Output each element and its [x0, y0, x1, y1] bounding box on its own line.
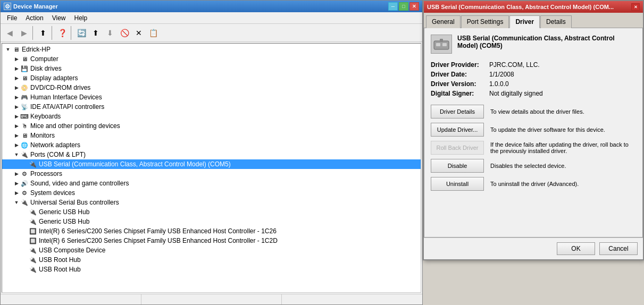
tree-item-usb-root-2[interactable]: 🔌 USB Root Hub	[2, 265, 421, 274]
forward-button[interactable]: ▶	[17, 26, 31, 40]
driver-date-label: Driver Date:	[431, 71, 489, 78]
disable-toolbar-button[interactable]: 🚫	[118, 26, 131, 40]
tree-item-mice[interactable]: ▶ 🖱 Mice and other pointing devices	[2, 121, 421, 131]
display-icon: 🖥	[20, 74, 29, 82]
disk-expand-icon[interactable]: ▶	[13, 65, 20, 72]
menu-view[interactable]: View	[48, 13, 70, 23]
tree-item-usb-serial[interactable]: 🔌 USB Serial (Communication Class, Abstr…	[2, 159, 421, 169]
properties-button[interactable]: 📋	[146, 26, 160, 40]
menu-bar: File Action View Help	[1, 12, 422, 24]
ports-icon: 🔌	[20, 150, 29, 159]
menu-file[interactable]: File	[3, 13, 21, 23]
tree-item-computer[interactable]: ▶ 🖥 Computer	[2, 54, 421, 64]
status-section-3	[282, 294, 422, 304]
display-expand-icon[interactable]: ▶	[13, 74, 20, 82]
tree-root[interactable]: ▼ 🖥 Edrick-HP	[2, 45, 421, 54]
tree-item-disk[interactable]: ▶ 💾 Disk drives	[2, 64, 421, 73]
maximize-button[interactable]: □	[399, 2, 408, 11]
props-close-button[interactable]: ✕	[631, 3, 640, 11]
usb-serial-expand-icon	[21, 160, 29, 168]
tree-item-network[interactable]: ▶ 🌐 Network adapters	[2, 140, 421, 150]
tab-details[interactable]: Details	[540, 15, 572, 28]
roll-back-desc: If the device fails after updating the d…	[490, 141, 636, 154]
update-button[interactable]: ⬆	[89, 26, 103, 40]
properties-footer: OK Cancel	[424, 238, 643, 259]
tree-item-sound[interactable]: ▶ 🔊 Sound, video and game controllers	[2, 179, 421, 188]
tree-item-hid[interactable]: ▶ 🎮 Human Interface Devices	[2, 92, 421, 102]
processors-label: Processors	[30, 170, 62, 177]
svg-rect-2	[442, 43, 447, 46]
mice-expand-icon[interactable]: ▶	[13, 122, 20, 130]
usb-root-2-label: USB Root Hub	[39, 266, 81, 273]
roll-back-row: Roll Back Driver If the device fails aft…	[431, 141, 636, 155]
monitors-expand-icon[interactable]: ▶	[13, 132, 20, 139]
device-tree[interactable]: ▼ 🖥 Edrick-HP ▶ 🖥 Computer ▶ 💾 Disk driv…	[2, 43, 421, 293]
roll-back-driver-btn[interactable]: Roll Back Driver	[431, 141, 484, 155]
generic-hub-2-expand	[21, 218, 29, 225]
tree-item-processors[interactable]: ▶ ⚙ Processors	[2, 169, 421, 179]
up-button[interactable]: ⬆	[36, 26, 50, 40]
tab-driver[interactable]: Driver	[509, 15, 540, 28]
usb-root-1-icon: 🔌	[29, 256, 37, 264]
usb-controllers-label: Universal Serial Bus controllers	[30, 199, 119, 206]
tree-item-system[interactable]: ▶ ⚙ System devices	[2, 188, 421, 198]
uninstall-row: Uninstall To uninstall the driver (Advan…	[431, 177, 636, 191]
keyboard-expand-icon[interactable]: ▶	[13, 113, 20, 120]
generic-hub-2-label: Generic USB Hub	[39, 218, 89, 225]
computer-expand-icon[interactable]: ▶	[13, 55, 20, 63]
uninstall-button[interactable]: ✕	[132, 26, 146, 40]
tree-item-dvd[interactable]: ▶ 📀 DVD/CD-ROM drives	[2, 83, 421, 92]
menu-help[interactable]: Help	[70, 13, 92, 23]
tree-item-intel-1c2d[interactable]: 🔲 Intel(R) 6 Series/C200 Series Chipset …	[2, 236, 421, 245]
tab-general[interactable]: General	[426, 15, 461, 28]
usb-root-1-expand	[21, 256, 29, 264]
device-manager-title: Device Manager	[13, 3, 58, 10]
sound-expand-icon[interactable]: ▶	[13, 180, 20, 187]
root-icon: 🖥	[12, 45, 20, 54]
ports-label: Ports (COM & LPT)	[30, 151, 86, 158]
back-button[interactable]: ◀	[3, 26, 16, 40]
menu-action[interactable]: Action	[21, 13, 47, 23]
tree-item-usb-controllers[interactable]: ▼ 🔌 Universal Serial Bus controllers	[2, 198, 421, 207]
usb-serial-icon: 🔌	[29, 160, 37, 168]
ide-expand-icon[interactable]: ▶	[13, 103, 20, 111]
properties-window: USB Serial (Communication Class, Abstrac…	[423, 0, 644, 260]
intel-1c26-expand	[21, 227, 29, 235]
tree-item-ide[interactable]: ▶ 📡 IDE ATA/ATAPI controllers	[2, 102, 421, 112]
driver-info-table: Driver Provider: PJRC.COM, LLC. Driver D…	[431, 61, 636, 97]
tab-port-settings[interactable]: Port Settings	[461, 15, 509, 28]
rollback-button[interactable]: ⬇	[103, 26, 117, 40]
cancel-button[interactable]: Cancel	[599, 242, 638, 255]
usb-root-1-label: USB Root Hub	[39, 256, 81, 264]
driver-provider-label: Driver Provider:	[431, 61, 489, 69]
uninstall-btn[interactable]: Uninstall	[431, 177, 484, 191]
driver-details-btn[interactable]: Driver Details	[431, 105, 484, 118]
ports-expand-icon[interactable]: ▼	[13, 151, 20, 158]
tree-item-generic-hub-1[interactable]: 🔌 Generic USB Hub	[2, 207, 421, 217]
disable-btn[interactable]: Disable	[431, 159, 484, 173]
tree-item-usb-composite[interactable]: 🔌 USB Composite Device	[2, 245, 421, 255]
ok-button[interactable]: OK	[557, 242, 595, 255]
system-expand-icon[interactable]: ▶	[13, 189, 20, 197]
tree-item-monitors[interactable]: ▶ 🖥 Monitors	[2, 131, 421, 140]
system-icon: ⚙	[20, 189, 29, 197]
tree-item-keyboard[interactable]: ▶ ⌨ Keyboards	[2, 112, 421, 121]
processors-expand-icon[interactable]: ▶	[13, 170, 20, 177]
scan-button[interactable]: 🔄	[74, 26, 88, 40]
close-button[interactable]: ✕	[409, 2, 419, 11]
network-expand-icon[interactable]: ▶	[13, 141, 20, 149]
help-button[interactable]: ❓	[55, 26, 69, 40]
tree-item-intel-1c26[interactable]: 🔲 Intel(R) 6 Series/C200 Series Chipset …	[2, 226, 421, 236]
tree-item-ports[interactable]: ▼ 🔌 Ports (COM & LPT)	[2, 150, 421, 159]
minimize-button[interactable]: ─	[388, 2, 398, 11]
root-expand-icon[interactable]: ▼	[4, 46, 12, 53]
dvd-expand-icon[interactable]: ▶	[13, 84, 20, 91]
tree-item-usb-root-1[interactable]: 🔌 USB Root Hub	[2, 255, 421, 265]
tree-item-generic-hub-2[interactable]: 🔌 Generic USB Hub	[2, 217, 421, 226]
usb-controllers-expand-icon[interactable]: ▼	[13, 199, 20, 206]
hid-icon: 🎮	[20, 93, 29, 101]
title-bar-left: ⚙ Device Manager	[4, 3, 58, 10]
hid-expand-icon[interactable]: ▶	[13, 94, 20, 101]
update-driver-btn[interactable]: Update Driver...	[431, 123, 484, 137]
tree-item-display[interactable]: ▶ 🖥 Display adapters	[2, 73, 421, 83]
